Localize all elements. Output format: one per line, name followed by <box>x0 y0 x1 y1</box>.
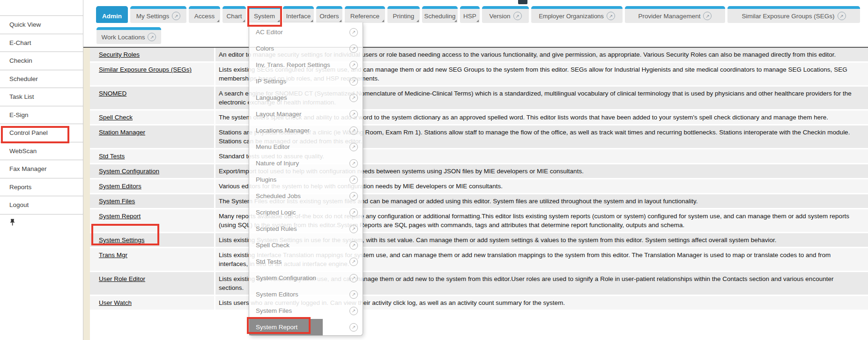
table-link-cell: User Role Editor <box>90 272 214 295</box>
menu-item-ac-editor[interactable]: AC Editor↗ <box>249 24 363 40</box>
logo-fragment <box>0 0 83 4</box>
menu-item-label: AC Editor <box>256 29 283 36</box>
table-link-system-files[interactable]: System Files <box>99 197 135 206</box>
tab-version[interactable]: Version↗ <box>482 6 529 23</box>
table-link-system-report[interactable]: System Report <box>99 212 141 221</box>
menu-item-label: Locations Manager <box>256 127 310 134</box>
tab-system[interactable]: System <box>248 6 281 23</box>
external-link-icon: ↗ <box>349 290 358 299</box>
dropdown-caret-icon <box>476 20 479 22</box>
tab-label: Version <box>489 13 510 20</box>
menu-item-languages[interactable]: Languages↗ <box>249 89 363 106</box>
menu-item-label: Layout Manager <box>256 111 302 118</box>
external-link-icon: ↗ <box>349 126 358 135</box>
sidebar-item-e-sign[interactable]: E-Sign <box>0 106 83 124</box>
sidebar-item-logout[interactable]: Logout <box>0 196 83 214</box>
table-row-security-roles: Security RolesAn editor to manage securi… <box>90 48 868 61</box>
menu-item-spell-check[interactable]: Spell Check↗ <box>249 237 363 253</box>
tab-interface[interactable]: Interface <box>283 6 314 23</box>
table-link-cell: System Report <box>90 209 214 232</box>
menu-item-menu-editor[interactable]: Menu Editor↗ <box>249 139 363 155</box>
menu-item-system-files[interactable]: System Files↗ <box>249 303 363 319</box>
menu-item-scheduled-jobs[interactable]: Scheduled Jobs↗ <box>249 188 363 204</box>
table-link-cell: SNOMED <box>90 87 214 109</box>
external-link-icon: ↗ <box>838 12 846 20</box>
tab-label: Provider Management <box>638 13 701 20</box>
menu-item-inv-trans-report-settings[interactable]: Inv. Trans. Report Settings↗ <box>249 57 363 73</box>
sidebar-nav: Quick ViewE-ChartCheckinSchedulerTask Li… <box>0 15 83 214</box>
menu-item-label: Scripted Logic <box>256 209 296 216</box>
table-link-similar-exposure-groups-segs[interactable]: Similar Exposure Groups (SEGs) <box>99 65 192 74</box>
menu-item-label: Languages <box>256 94 287 101</box>
tab-hsp[interactable]: HSP <box>460 6 480 23</box>
tab-similar-exposure-groups-segs[interactable]: Similar Exposure Groups (SEGs)↗ <box>727 6 860 23</box>
admin-tab-bar: AdminMy Settings↗AccessChartSystemInterf… <box>96 6 860 23</box>
sidebar-item-task-list[interactable]: Task List <box>0 88 83 106</box>
table-link-user-watch[interactable]: User Watch <box>99 298 132 307</box>
menu-item-system-configuration[interactable]: System Configuration↗ <box>249 270 363 286</box>
sidebar-item-quick-view[interactable]: Quick View <box>0 15 83 34</box>
sidebar-item-control-panel[interactable]: Control Panel <box>0 124 83 142</box>
sidebar-item-checkin[interactable]: Checkin <box>0 52 83 70</box>
menu-item-label: Nature of Injury <box>256 160 299 167</box>
table-link-snomed[interactable]: SNOMED <box>99 89 126 98</box>
sidebar-item-scheduler[interactable]: Scheduler <box>0 70 83 88</box>
menu-item-label: Scripted Rules <box>256 225 297 232</box>
table-link-system-settings[interactable]: System Settings <box>99 236 145 244</box>
sidebar-pin-row[interactable] <box>0 214 83 232</box>
external-link-icon: ↗ <box>349 225 358 233</box>
tab-printing[interactable]: Printing <box>387 6 420 23</box>
tab-employer-organizations[interactable]: Employer Organizations↗ <box>531 6 623 23</box>
tab-provider-management[interactable]: Provider Management↗ <box>625 6 725 23</box>
menu-item-ip-settings[interactable]: IP Settings↗ <box>249 73 363 89</box>
table-link-cell: User Watch <box>90 296 214 310</box>
control-panel-table: Security RolesAn editor to manage securi… <box>83 47 868 340</box>
table-row-user-role-editor: User Role EditorLists existing user role… <box>90 272 868 295</box>
menu-item-colors[interactable]: Colors↗ <box>249 40 363 57</box>
table-link-security-roles[interactable]: Security Roles <box>99 50 140 59</box>
tab-admin[interactable]: Admin <box>96 6 128 23</box>
external-link-icon: ↗ <box>349 307 358 315</box>
tab-chart[interactable]: Chart <box>223 6 246 23</box>
tab-reference[interactable]: Reference <box>345 6 385 23</box>
tab-access[interactable]: Access <box>189 6 220 23</box>
table-link-system-configuration[interactable]: System Configuration <box>99 167 159 176</box>
menu-item-label: System Configuration <box>256 274 316 281</box>
external-link-icon: ↗ <box>349 77 358 86</box>
table-link-station-manager[interactable]: Station Manager <box>99 128 145 137</box>
menu-item-scripted-rules[interactable]: Scripted Rules↗ <box>249 221 363 237</box>
dropdown-caret-icon <box>243 20 245 22</box>
menu-item-plugins[interactable]: Plugins↗ <box>249 171 363 188</box>
menu-item-label: Menu Editor <box>256 143 290 150</box>
menu-item-label: IP Settings <box>256 78 286 85</box>
table-link-cell: Station Manager <box>90 126 214 148</box>
table-link-spell-check[interactable]: Spell Check <box>99 113 133 122</box>
tab-my-settings[interactable]: My Settings↗ <box>130 6 186 23</box>
sidebar-item-e-chart[interactable]: E-Chart <box>0 34 83 52</box>
tab-orders[interactable]: Orders <box>316 6 342 23</box>
tab-scheduling[interactable]: Scheduling <box>422 6 458 23</box>
table-link-user-role-editor[interactable]: User Role Editor <box>99 274 145 283</box>
sidebar-item-webscan[interactable]: WebScan <box>0 142 83 160</box>
menu-item-system-report[interactable]: System Report↗ <box>249 319 363 335</box>
table-link-trans-mgr[interactable]: Trans Mgr <box>99 251 127 259</box>
external-link-icon: ↗ <box>349 61 358 69</box>
external-link-icon: ↗ <box>349 241 358 250</box>
table-link-cell: Trans Mgr <box>90 248 214 271</box>
menu-item-locations-manager[interactable]: Locations Manager↗ <box>249 122 363 139</box>
menu-item-layout-manager[interactable]: Layout Manager↗ <box>249 106 363 122</box>
menu-item-scripted-logic[interactable]: Scripted Logic↗ <box>249 204 363 221</box>
table-link-std-tests[interactable]: Std Tests <box>99 152 125 161</box>
table-rows: Security RolesAn editor to manage securi… <box>90 48 868 311</box>
dropdown-caret-icon <box>277 20 280 22</box>
table-row-system-settings: System SettingsLists existing System Set… <box>90 233 868 247</box>
table-link-system-editors[interactable]: System Editors <box>99 182 141 191</box>
tab-work-locations[interactable]: Work Locations↗ <box>96 27 161 44</box>
table-link-cell: System Configuration <box>90 164 214 178</box>
sidebar-item-reports[interactable]: Reports <box>0 178 83 196</box>
sidebar-item-fax-manager[interactable]: Fax Manager <box>0 160 83 178</box>
tab-label: Reference <box>350 13 379 20</box>
menu-item-nature-of-injury[interactable]: Nature of Injury↗ <box>249 155 363 171</box>
menu-item-std-tests[interactable]: Std Tests↗ <box>249 253 363 270</box>
menu-item-system-editors[interactable]: System Editors↗ <box>249 286 363 303</box>
